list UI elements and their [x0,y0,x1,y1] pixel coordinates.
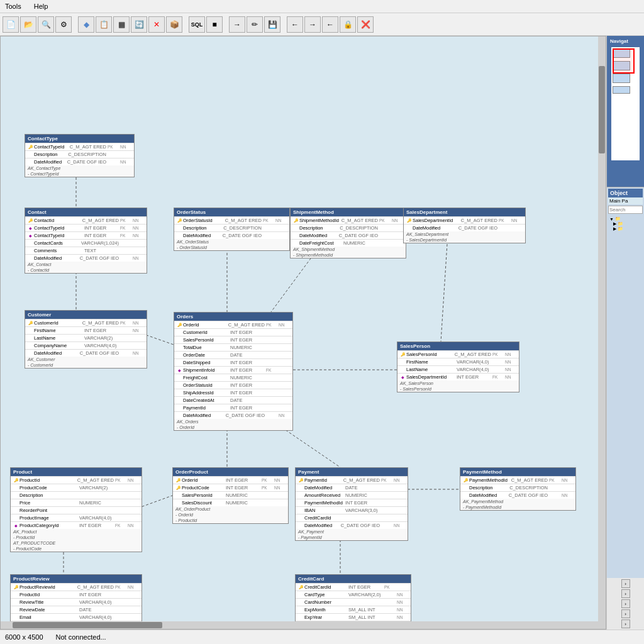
er-canvas[interactable]: ContactType 🔑 ContactTypeId C_M_AGT ERED… [0,36,606,630]
tb-pencil[interactable]: ✏ [247,16,263,33]
col-icon [13,486,18,491]
object-panel-tab[interactable]: Main Pa [608,197,643,204]
table-row: Description [11,491,142,499]
col-icon [177,383,182,388]
table-index: AK_Product [11,529,142,535]
col-icon [13,600,18,605]
tree-subitem[interactable]: ▶ 📁 [613,226,641,231]
folder-icon: 📁 [618,226,623,231]
table-salesdepartment: SalesDepartment 🔑 SalesDepartmentId C_M_… [403,208,526,243]
arrow-btn-5[interactable]: › [621,619,630,628]
arrow-btn-4[interactable]: › [621,609,630,618]
col-icon [293,241,298,246]
tb-save[interactable]: 💾 [264,16,280,33]
col-icon [177,226,182,231]
tree-subitem[interactable]: ▶ 📁 [613,221,641,226]
table-customer: Customer 🔑 CustomerId C_M_AGT ERED PK NN… [25,310,147,369]
key-icon: 🔑 [175,486,180,491]
table-row: 🔑 ContactTypeId C_M_AGT ERED PK NN [25,143,134,150]
tb-arrow-left2[interactable]: ← [322,16,338,33]
table-row: ◆ ProductCategoryId INT EGER FK NN [11,521,142,529]
table-shipmentmethod: ShipmentMethod 🔑 ShipmentMethodId C_M_AG… [290,208,406,258]
table-row: CardType VARCHAR(2,0) NN [296,591,411,598]
table-header-productreview: ProductReview [11,575,142,583]
folder-icon: 📁 [618,221,623,226]
table-header-paymentmethod: PaymentMethod [460,468,575,476]
table-row: 🔑 ProductCode INT EGER PK NN [173,484,288,491]
arrow-btn-2[interactable]: › [621,589,630,598]
table-row: DateModified C_DATE OGF IEO NN [25,349,147,357]
table-row: ContactCards VARCHAR(1,024) [25,239,147,247]
table-index: - ContactTypeId [25,171,134,177]
col-icon [298,501,303,506]
object-panel-title: Object [608,189,643,197]
tb-cancel[interactable]: ❌ [357,16,374,33]
table-row: 🔑 PaymentMethodId C_M_AGT ERED PK NN [460,476,575,484]
col-icon [298,516,303,521]
tb-diamond[interactable]: ◆ [78,16,94,33]
tb-close[interactable]: ✕ [148,16,165,33]
table-row: 🔑 ContactId C_M_AGT ERED PK NN [25,216,147,224]
key-icon: 🔑 [298,478,303,483]
table-index: AT_PRODUCTCODE [11,540,142,546]
tree-item[interactable]: ▼ 📁 [609,216,641,221]
menu-tools[interactable]: Tools [3,1,24,11]
tb-settings[interactable]: ⚙ [55,16,72,33]
object-search-input[interactable] [608,206,643,214]
table-row: 🔑 OrderId C_M_AGT ERED PK NN [174,321,292,328]
tb-arrow-left1[interactable]: ← [287,16,303,33]
vertical-scrollbar[interactable] [598,36,606,621]
table-row: DateCreatedAt DATE [174,396,292,404]
table-row: ReviewTitle VARCHAR(4,0) [11,598,142,606]
col-icon [13,608,18,613]
menu-help[interactable]: Help [31,1,51,11]
col-icon [28,160,33,165]
tb-new[interactable]: 📄 [3,16,19,33]
tb-square[interactable]: ■ [206,16,223,33]
table-row: DateModified DATE [296,484,408,491]
table-row: 🔑 ShipmentMethodId C_M_AGT ERED PK NN [291,216,406,224]
col-icon [298,592,303,597]
key-icon: 🔑 [13,585,18,590]
tb-open[interactable]: 📂 [20,16,36,33]
tb-copy[interactable]: 📋 [96,16,112,33]
table-contacttype: ContactType 🔑 ContactTypeId C_M_AGT ERED… [25,134,135,177]
tb-sql[interactable]: SQL [189,16,205,33]
table-row: 🔑 CustomerId C_M_AGT ERED PK NN [25,319,147,326]
scrollbar-thumb-vertical[interactable] [599,66,605,154]
table-header-customer: Customer [25,311,147,319]
table-index: AK_SalesDepartment [404,231,525,237]
table-row: OrderStatusId INT EGER [174,381,292,389]
tb-arrow-right1[interactable]: → [229,16,245,33]
table-header-product: Product [11,468,142,476]
nav-minimap[interactable] [611,47,640,160]
table-row: DateModified C_DATE OGF IEO [174,231,289,239]
toolbar: 📄 📂 🔍 ⚙ ◆ 📋 ▦ 🔄 ✕ 📦 SQL ■ → ✏ 💾 ← → ← 🔒 … [0,13,644,36]
mini-table [613,86,630,94]
fk-icon: ◆ [28,233,33,238]
tb-arrow-right2[interactable]: → [304,16,321,33]
tb-package[interactable]: 📦 [166,16,182,33]
scrollbar-thumb-horizontal[interactable] [13,622,162,628]
col-icon [400,367,405,372]
arrow-btn-3[interactable]: › [621,599,630,608]
col-icon [177,398,182,403]
connection-status: Not connected... [56,633,106,641]
table-row: ExpMonth SM_ALL INT NN [296,606,411,613]
tb-lock[interactable]: 🔒 [340,16,356,33]
table-header-contacttype: ContactType [25,135,134,143]
object-browser-tree: ▼ 📁 ▶ 📁 ▶ 📁 [608,215,643,233]
tb-search[interactable]: 🔍 [38,16,54,33]
table-index: AK_PaymentMethod [460,499,575,504]
horizontal-scrollbar[interactable] [1,621,598,629]
col-icon [463,493,468,498]
arrow-btn-1[interactable]: › [621,579,630,588]
tb-table[interactable]: ▦ [113,16,130,33]
col-icon [13,501,18,506]
col-icon [463,486,468,491]
table-row: FirstName INT EGER NN [25,326,147,334]
nav-viewport-indicator[interactable] [613,48,635,74]
table-index: - PaymentId [296,535,408,540]
table-row: Description C_DESCRIPTION [291,224,406,231]
tb-refresh[interactable]: 🔄 [131,16,147,33]
